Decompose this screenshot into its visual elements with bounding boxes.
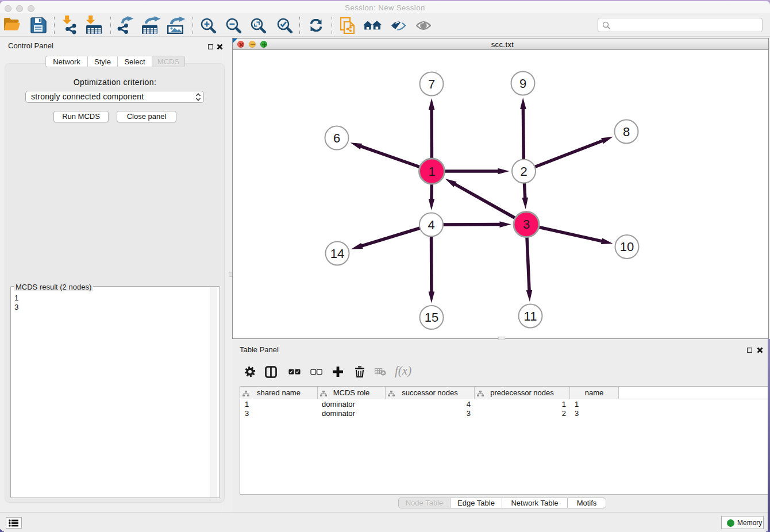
svg-text:3: 3 xyxy=(523,217,530,232)
svg-text:14: 14 xyxy=(330,246,344,261)
svg-text:9: 9 xyxy=(519,76,526,91)
svg-text:7: 7 xyxy=(428,77,435,91)
svg-text:11: 11 xyxy=(524,309,537,323)
svg-text:8: 8 xyxy=(623,125,630,139)
svg-text:1: 1 xyxy=(428,164,435,179)
svg-text:6: 6 xyxy=(333,131,340,145)
svg-text:4: 4 xyxy=(428,218,434,232)
svg-text:15: 15 xyxy=(425,310,438,325)
svg-text:10: 10 xyxy=(620,240,634,254)
svg-text:2: 2 xyxy=(520,164,527,179)
